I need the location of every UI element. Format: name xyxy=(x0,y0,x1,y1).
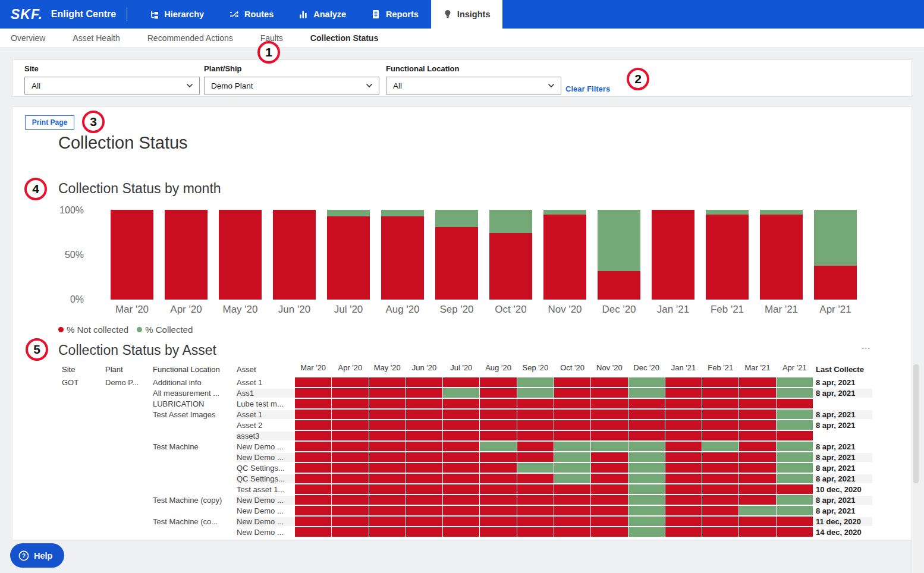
not-collected-cell[interactable] xyxy=(480,431,516,440)
not-collected-cell[interactable] xyxy=(295,452,331,462)
not-collected-cell[interactable] xyxy=(591,474,627,483)
not-collected-cell[interactable] xyxy=(443,420,479,430)
not-collected-cell[interactable] xyxy=(369,388,406,398)
not-collected-cell[interactable] xyxy=(665,474,702,483)
not-collected-cell[interactable] xyxy=(332,377,368,387)
legend-item-collected[interactable]: % Collected xyxy=(137,325,193,335)
stacked-bar[interactable] xyxy=(489,210,532,300)
tab-collection-status[interactable]: Collection Status xyxy=(310,33,378,43)
stacked-bar[interactable] xyxy=(598,210,640,300)
not-collected-cell[interactable] xyxy=(369,452,406,462)
not-collected-cell[interactable] xyxy=(665,388,702,398)
not-collected-cell[interactable] xyxy=(702,452,738,462)
stacked-bar[interactable] xyxy=(111,210,153,300)
not-collected-cell[interactable] xyxy=(332,420,368,430)
not-collected-cell[interactable] xyxy=(406,399,442,408)
not-collected-cell[interactable] xyxy=(406,506,442,515)
not-collected-cell[interactable] xyxy=(739,484,775,494)
not-collected-cell[interactable] xyxy=(295,420,331,430)
not-collected-cell[interactable] xyxy=(295,517,331,526)
not-collected-cell[interactable] xyxy=(554,506,590,515)
not-collected-cell[interactable] xyxy=(295,399,331,408)
stacked-bar[interactable] xyxy=(435,210,478,300)
not-collected-cell[interactable] xyxy=(517,420,554,430)
collected-cell[interactable] xyxy=(554,452,590,462)
not-collected-cell[interactable] xyxy=(665,484,702,494)
not-collected-cell[interactable] xyxy=(591,517,627,526)
collected-cell[interactable] xyxy=(628,474,665,483)
not-collected-cell[interactable] xyxy=(665,377,702,387)
not-collected-cell[interactable] xyxy=(739,463,775,473)
not-collected-cell[interactable] xyxy=(665,506,702,515)
collected-cell[interactable] xyxy=(777,420,813,430)
not-collected-segment[interactable] xyxy=(273,210,316,300)
not-collected-cell[interactable] xyxy=(369,527,406,537)
not-collected-cell[interactable] xyxy=(369,484,406,494)
collected-cell[interactable] xyxy=(517,377,554,387)
not-collected-cell[interactable] xyxy=(554,377,590,387)
not-collected-cell[interactable] xyxy=(480,495,516,505)
not-collected-cell[interactable] xyxy=(443,495,479,505)
not-collected-cell[interactable] xyxy=(295,377,331,387)
stacked-bar[interactable] xyxy=(760,210,803,300)
not-collected-cell[interactable] xyxy=(554,517,590,526)
stacked-bar[interactable] xyxy=(165,210,208,300)
not-collected-cell[interactable] xyxy=(591,452,627,462)
not-collected-cell[interactable] xyxy=(369,442,406,451)
not-collected-cell[interactable] xyxy=(739,527,775,537)
collected-cell[interactable] xyxy=(777,495,813,505)
not-collected-cell[interactable] xyxy=(295,442,331,451)
not-collected-cell[interactable] xyxy=(332,474,368,483)
not-collected-cell[interactable] xyxy=(777,527,813,537)
not-collected-cell[interactable] xyxy=(443,410,479,419)
collected-cell[interactable] xyxy=(554,442,590,451)
not-collected-cell[interactable] xyxy=(628,410,665,419)
not-collected-cell[interactable] xyxy=(369,474,406,483)
legend-item-not-collected[interactable]: % Not collected xyxy=(58,325,128,335)
stacked-bar[interactable] xyxy=(381,210,424,300)
not-collected-cell[interactable] xyxy=(702,527,738,537)
not-collected-cell[interactable] xyxy=(480,527,516,537)
tab-asset-health[interactable]: Asset Health xyxy=(73,33,120,43)
collected-cell[interactable] xyxy=(628,517,665,526)
not-collected-segment[interactable] xyxy=(814,266,857,300)
not-collected-cell[interactable] xyxy=(517,452,554,462)
not-collected-cell[interactable] xyxy=(406,527,442,537)
not-collected-segment[interactable] xyxy=(165,210,208,300)
not-collected-cell[interactable] xyxy=(480,463,516,473)
not-collected-cell[interactable] xyxy=(702,388,738,398)
not-collected-cell[interactable] xyxy=(443,399,479,408)
collected-cell[interactable] xyxy=(777,474,813,483)
collected-cell[interactable] xyxy=(517,388,554,398)
collected-cell[interactable] xyxy=(628,527,665,537)
not-collected-cell[interactable] xyxy=(406,495,442,505)
not-collected-cell[interactable] xyxy=(332,495,368,505)
not-collected-cell[interactable] xyxy=(369,410,406,419)
not-collected-cell[interactable] xyxy=(739,495,775,505)
collected-cell[interactable] xyxy=(554,463,590,473)
tab-overview[interactable]: Overview xyxy=(11,33,45,43)
not-collected-cell[interactable] xyxy=(332,484,368,494)
not-collected-cell[interactable] xyxy=(443,452,479,462)
not-collected-cell[interactable] xyxy=(777,399,813,408)
not-collected-segment[interactable] xyxy=(598,271,640,300)
collected-cell[interactable] xyxy=(777,463,813,473)
not-collected-cell[interactable] xyxy=(406,463,442,473)
not-collected-cell[interactable] xyxy=(554,410,590,419)
not-collected-cell[interactable] xyxy=(777,431,813,440)
site-select[interactable]: All xyxy=(24,77,200,95)
not-collected-cell[interactable] xyxy=(369,431,406,440)
not-collected-cell[interactable] xyxy=(406,517,442,526)
collected-cell[interactable] xyxy=(480,442,516,451)
not-collected-cell[interactable] xyxy=(406,484,442,494)
collected-cell[interactable] xyxy=(628,463,665,473)
not-collected-cell[interactable] xyxy=(295,506,331,515)
not-collected-cell[interactable] xyxy=(369,463,406,473)
not-collected-cell[interactable] xyxy=(369,399,406,408)
not-collected-cell[interactable] xyxy=(554,388,590,398)
not-collected-cell[interactable] xyxy=(702,495,738,505)
collected-cell[interactable] xyxy=(628,452,665,462)
collected-cell[interactable] xyxy=(517,463,554,473)
not-collected-cell[interactable] xyxy=(702,474,738,483)
not-collected-cell[interactable] xyxy=(702,420,738,430)
